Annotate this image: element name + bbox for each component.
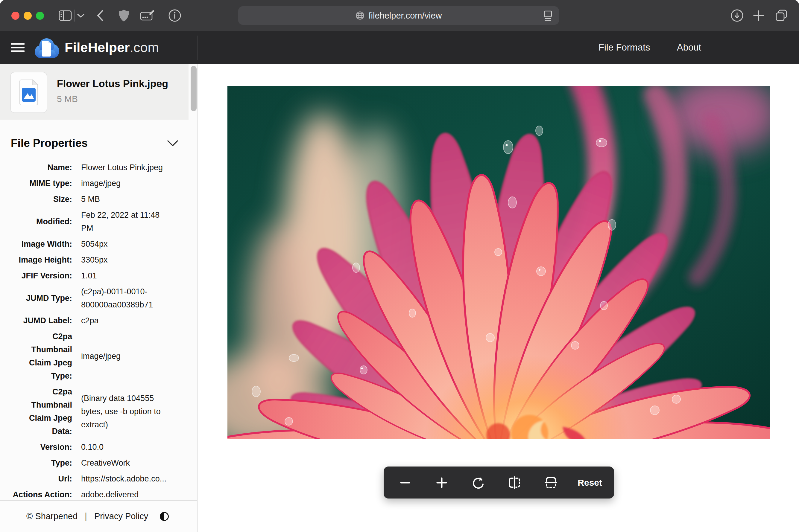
property-value: 0.10.0 bbox=[81, 440, 169, 454]
property-value: adobe.delivered bbox=[81, 488, 169, 501]
property-row: Image Height:3305px bbox=[11, 253, 198, 266]
file-thumbnail-card bbox=[10, 72, 47, 113]
property-value: CreativeWork bbox=[81, 456, 169, 470]
chevron-down-icon[interactable] bbox=[77, 0, 85, 31]
flower-photo bbox=[227, 86, 770, 439]
property-row: Size:5 MB bbox=[11, 193, 198, 206]
property-row: JFIF Version:1.01 bbox=[11, 269, 198, 282]
minimize-window-button[interactable] bbox=[24, 12, 32, 20]
zoom-in-icon[interactable] bbox=[432, 472, 451, 493]
property-label: Version: bbox=[11, 440, 72, 454]
brand-bold: FileHelper bbox=[64, 40, 130, 55]
reader-format-icon[interactable] bbox=[543, 11, 553, 21]
property-label: Name: bbox=[11, 161, 72, 174]
footer-separator: | bbox=[85, 511, 87, 521]
property-row: Name:Flower Lotus Pink.jpeg bbox=[11, 161, 198, 174]
tab-overview-icon[interactable] bbox=[775, 0, 789, 31]
flip-vertical-icon[interactable] bbox=[541, 472, 560, 493]
rotate-icon[interactable] bbox=[468, 472, 487, 493]
brand-suffix: .com bbox=[130, 40, 159, 55]
property-label: Size: bbox=[11, 193, 72, 206]
menu-icon[interactable] bbox=[11, 41, 24, 54]
nav-link-file-formats[interactable]: File Formats bbox=[598, 31, 650, 64]
brand-name[interactable]: FileHelper.com bbox=[64, 31, 159, 64]
property-row: JUMD Label:c2pa bbox=[11, 314, 198, 327]
reset-button[interactable]: Reset bbox=[578, 478, 602, 488]
property-value: 5054px bbox=[81, 238, 169, 251]
property-value: (c2pa)-0011-0010-800000aa00389b71 bbox=[81, 285, 169, 311]
sidebar-footer: © Sharpened | Privacy Policy bbox=[0, 500, 197, 532]
property-label: JUMD Type: bbox=[11, 291, 72, 305]
property-label: C2pa Thumbnail Claim Jpeg Type: bbox=[11, 330, 72, 382]
property-row: C2pa Thumbnail Claim Jpeg Data:(Binary d… bbox=[11, 385, 198, 438]
info-icon[interactable] bbox=[168, 0, 181, 31]
property-value: https://stock.adobe.co... bbox=[81, 472, 169, 486]
property-label: Modified: bbox=[11, 215, 72, 228]
url-bar[interactable]: filehelper.com/view bbox=[238, 6, 559, 25]
property-row: Version:0.10.0 bbox=[11, 440, 198, 454]
chrome-divider bbox=[74, 10, 75, 21]
property-row: JUMD Type:(c2pa)-0011-0010-800000aa00389… bbox=[11, 285, 198, 311]
url-text: filehelper.com/view bbox=[369, 11, 442, 21]
back-icon[interactable] bbox=[96, 0, 104, 31]
sidebar-scrollbar-thumb[interactable] bbox=[191, 66, 197, 111]
property-label: Url: bbox=[11, 472, 72, 486]
property-label: MIME type: bbox=[11, 177, 72, 190]
property-row: Actions Action:adobe.delivered bbox=[11, 488, 198, 501]
property-label: JFIF Version: bbox=[11, 269, 72, 282]
sidebar-toggle-icon[interactable] bbox=[59, 0, 72, 31]
globe-icon bbox=[355, 11, 365, 20]
copyright-text: © Sharpened bbox=[26, 511, 77, 521]
fullscreen-window-button[interactable] bbox=[36, 12, 44, 20]
new-tab-icon[interactable] bbox=[753, 0, 764, 31]
property-value: 5 MB bbox=[81, 193, 169, 206]
viewer-area: Reset bbox=[198, 64, 799, 532]
zoom-out-icon[interactable] bbox=[396, 472, 415, 493]
property-row: Type:CreativeWork bbox=[11, 456, 198, 470]
file-properties-header[interactable]: File Properties bbox=[11, 137, 178, 150]
property-row: MIME type:image/jpeg bbox=[11, 177, 198, 190]
property-value: c2pa bbox=[81, 314, 169, 327]
property-label: Image Height: bbox=[11, 253, 72, 266]
property-value: (Binary data 104555 bytes, use -b option… bbox=[81, 392, 169, 431]
about-label: About bbox=[677, 42, 701, 53]
shield-icon[interactable] bbox=[118, 0, 130, 31]
property-value: Feb 22, 2022 at 11:48 PM bbox=[81, 208, 169, 235]
file-formats-label: File Formats bbox=[598, 42, 650, 53]
file-name: Flower Lotus Pink.jpeg bbox=[57, 78, 168, 90]
property-label: Type: bbox=[11, 456, 72, 470]
property-label: Image Width: bbox=[11, 238, 72, 251]
theme-toggle-icon[interactable] bbox=[160, 512, 169, 521]
nav-link-about[interactable]: About bbox=[677, 31, 701, 64]
image-file-icon bbox=[19, 79, 39, 106]
privacy-policy-link[interactable]: Privacy Policy bbox=[94, 511, 148, 521]
close-window-button[interactable] bbox=[12, 12, 19, 20]
downloads-icon[interactable] bbox=[730, 0, 744, 31]
browser-window: filehelper.com/view Fi bbox=[0, 0, 799, 532]
property-row: C2pa Thumbnail Claim Jpeg Type:image/jpe… bbox=[11, 330, 198, 382]
navbar-divider bbox=[197, 36, 198, 60]
property-row: Url:https://stock.adobe.co... bbox=[11, 472, 198, 486]
property-value: image/jpeg bbox=[81, 349, 169, 363]
property-label: Actions Action: bbox=[11, 488, 72, 501]
autofill-icon[interactable] bbox=[140, 0, 155, 31]
site-navbar: FileHelper.com View As... Save As... Clo… bbox=[0, 31, 799, 64]
file-properties-title: File Properties bbox=[11, 137, 88, 150]
filehelper-logo[interactable] bbox=[34, 35, 60, 61]
collapse-chevron-icon[interactable] bbox=[167, 140, 178, 147]
sidebar: Flower Lotus Pink.jpeg 5 MB File Propert… bbox=[0, 64, 198, 532]
property-value: Flower Lotus Pink.jpeg bbox=[81, 161, 169, 174]
property-row: Modified:Feb 22, 2022 at 11:48 PM bbox=[11, 208, 198, 235]
file-card-section: Flower Lotus Pink.jpeg 5 MB bbox=[0, 64, 188, 120]
property-value: 3305px bbox=[81, 253, 169, 266]
property-value: 1.01 bbox=[81, 269, 169, 282]
browser-chrome: filehelper.com/view bbox=[0, 0, 799, 31]
properties-list: Name:Flower Lotus Pink.jpeg MIME type:im… bbox=[0, 161, 198, 504]
property-label: JUMD Label: bbox=[11, 314, 72, 327]
property-value: image/jpeg bbox=[81, 177, 169, 190]
property-row: Image Width:5054px bbox=[11, 238, 198, 251]
property-label: C2pa Thumbnail Claim Jpeg Data: bbox=[11, 385, 72, 438]
image-toolbar: Reset bbox=[384, 467, 614, 498]
flip-horizontal-icon[interactable] bbox=[505, 472, 524, 493]
file-size: 5 MB bbox=[57, 94, 78, 104]
